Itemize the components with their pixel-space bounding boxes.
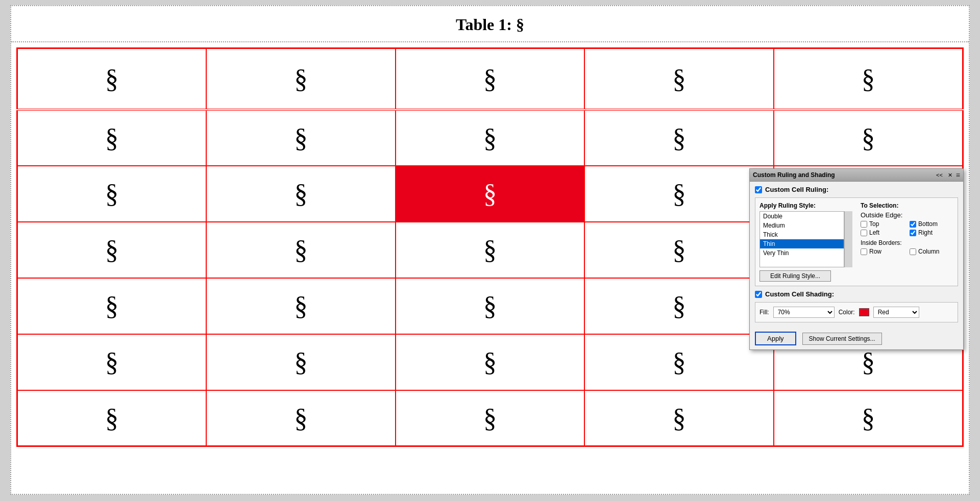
ruling-style-listbox[interactable]: Double Medium Thick Thin Very Thin bbox=[760, 211, 844, 267]
section-symbol: § bbox=[294, 179, 307, 208]
color-select[interactable]: Red Blue Green Black White bbox=[873, 307, 919, 318]
table-cell[interactable]: § bbox=[17, 48, 207, 110]
dialog-footer: Apply Show Current Settings... bbox=[750, 332, 963, 349]
table-cell[interactable]: § bbox=[396, 110, 585, 166]
section-symbol: § bbox=[294, 123, 307, 153]
section-symbol: § bbox=[673, 347, 686, 377]
section-symbol: § bbox=[673, 235, 686, 264]
section-symbol: § bbox=[105, 347, 118, 377]
bottom-checkbox[interactable] bbox=[910, 221, 916, 228]
outside-edge-label: Outside Edge: bbox=[861, 211, 953, 219]
ruling-left: Apply Ruling Style: Double Medium Thick … bbox=[760, 202, 852, 282]
section-symbol: § bbox=[673, 291, 686, 320]
table-cell[interactable]: § bbox=[584, 48, 774, 110]
to-selection-label: To Selection: bbox=[861, 202, 953, 209]
section-symbol: § bbox=[673, 404, 686, 433]
table-row: § § § § § bbox=[17, 110, 963, 166]
table-cell[interactable]: § bbox=[17, 222, 207, 278]
table-cell[interactable]: § bbox=[774, 48, 963, 110]
listbox-scrollbar[interactable] bbox=[844, 211, 852, 267]
right-checkbox-item: Right bbox=[910, 229, 953, 236]
section-symbol: § bbox=[294, 347, 307, 377]
section-symbol: § bbox=[862, 347, 875, 377]
table-cell[interactable]: § bbox=[396, 334, 585, 390]
table-cell[interactable]: § bbox=[584, 390, 774, 446]
top-label: Top bbox=[869, 220, 879, 228]
section-symbol: § bbox=[294, 404, 307, 433]
table-cell[interactable]: § bbox=[17, 334, 207, 390]
table-cell[interactable]: § bbox=[584, 166, 774, 222]
table-cell[interactable]: § bbox=[206, 222, 396, 278]
collapse-button[interactable]: << bbox=[935, 172, 944, 178]
apply-ruling-style-label: Apply Ruling Style: bbox=[760, 202, 852, 209]
listbox-item-thin[interactable]: Thin bbox=[760, 239, 844, 248]
section-symbol: § bbox=[483, 235, 497, 264]
shading-section: Fill: 70% 0% 10% 20% 30% 40% 50% 60% 70%… bbox=[755, 302, 958, 322]
section-symbol: § bbox=[483, 404, 497, 433]
table-cell[interactable]: § bbox=[584, 222, 774, 278]
table-cell[interactable]: § bbox=[396, 390, 585, 446]
row-label: Row bbox=[869, 248, 881, 255]
section-symbol: § bbox=[483, 291, 497, 320]
section-symbol: § bbox=[673, 179, 686, 208]
table-cell[interactable]: § bbox=[584, 110, 774, 166]
left-label: Left bbox=[869, 229, 879, 236]
table-cell[interactable]: § bbox=[17, 278, 207, 334]
table-cell[interactable]: § bbox=[206, 166, 396, 222]
titlebar-controls: << ✕ ≡ bbox=[935, 171, 960, 179]
custom-shading-checkbox[interactable] bbox=[755, 291, 762, 298]
color-label: Color: bbox=[839, 309, 855, 316]
table-cell[interactable]: § bbox=[396, 48, 585, 110]
row-checkbox-item: Row bbox=[861, 248, 904, 255]
column-label: Column bbox=[918, 248, 939, 255]
row-checkbox[interactable] bbox=[861, 248, 867, 255]
table-cell[interactable]: § bbox=[17, 166, 207, 222]
close-button[interactable]: ✕ bbox=[946, 172, 954, 179]
left-checkbox[interactable] bbox=[861, 230, 867, 236]
listbox-item-medium[interactable]: Medium bbox=[760, 221, 844, 230]
column-checkbox[interactable] bbox=[910, 248, 916, 255]
top-checkbox[interactable] bbox=[861, 221, 867, 228]
table-cell-highlighted[interactable]: § bbox=[396, 166, 585, 222]
table-cell[interactable]: § bbox=[396, 222, 585, 278]
fill-select[interactable]: 70% 0% 10% 20% 30% 40% 50% 60% 70% 80% 9… bbox=[773, 307, 835, 318]
inside-borders-grid: Row Column bbox=[861, 248, 953, 255]
table-cell[interactable]: § bbox=[206, 278, 396, 334]
section-symbol: § bbox=[483, 347, 497, 377]
table-cell[interactable]: § bbox=[206, 48, 396, 110]
table-cell[interactable]: § bbox=[17, 110, 207, 166]
section-symbol: § bbox=[483, 179, 497, 208]
custom-shading-checkbox-row: Custom Cell Shading: bbox=[755, 290, 958, 298]
edit-ruling-button[interactable]: Edit Ruling Style... bbox=[760, 270, 831, 282]
listbox-item-very-thin[interactable]: Very Thin bbox=[760, 248, 844, 258]
table-cell[interactable]: § bbox=[396, 278, 585, 334]
custom-ruling-label: Custom Cell Ruling: bbox=[765, 186, 828, 193]
apply-button[interactable]: Apply bbox=[755, 332, 796, 345]
custom-ruling-dialog: Custom Ruling and Shading << ✕ ≡ Custom … bbox=[749, 168, 964, 350]
right-checkbox[interactable] bbox=[910, 230, 916, 236]
table-cell[interactable]: § bbox=[774, 390, 963, 446]
shading-row: Fill: 70% 0% 10% 20% 30% 40% 50% 60% 70%… bbox=[760, 307, 953, 318]
top-checkbox-item: Top bbox=[861, 220, 904, 228]
table-cell[interactable]: § bbox=[584, 334, 774, 390]
dialog-title: Custom Ruling and Shading bbox=[753, 171, 835, 179]
section-symbol: § bbox=[862, 123, 875, 153]
show-settings-button[interactable]: Show Current Settings... bbox=[802, 333, 882, 345]
custom-ruling-checkbox[interactable] bbox=[755, 186, 762, 193]
table-cell[interactable]: § bbox=[584, 278, 774, 334]
table-cell[interactable]: § bbox=[17, 390, 207, 446]
listbox-item-double[interactable]: Double bbox=[760, 212, 844, 221]
menu-icon[interactable]: ≡ bbox=[956, 171, 960, 179]
table-cell[interactable]: § bbox=[774, 110, 963, 166]
section-symbol: § bbox=[673, 123, 686, 153]
ruling-right: To Selection: Outside Edge: Top Bottom bbox=[861, 202, 953, 282]
left-checkbox-item: Left bbox=[861, 229, 904, 236]
section-symbol: § bbox=[862, 64, 875, 93]
table-cell[interactable]: § bbox=[206, 110, 396, 166]
table-cell[interactable]: § bbox=[206, 334, 396, 390]
table-cell[interactable]: § bbox=[206, 390, 396, 446]
custom-ruling-checkbox-row: Custom Cell Ruling: bbox=[755, 186, 958, 193]
listbox-item-thick[interactable]: Thick bbox=[760, 230, 844, 239]
outside-edge-grid: Top Bottom Left Right bbox=[861, 220, 953, 236]
bottom-checkbox-item: Bottom bbox=[910, 220, 953, 228]
